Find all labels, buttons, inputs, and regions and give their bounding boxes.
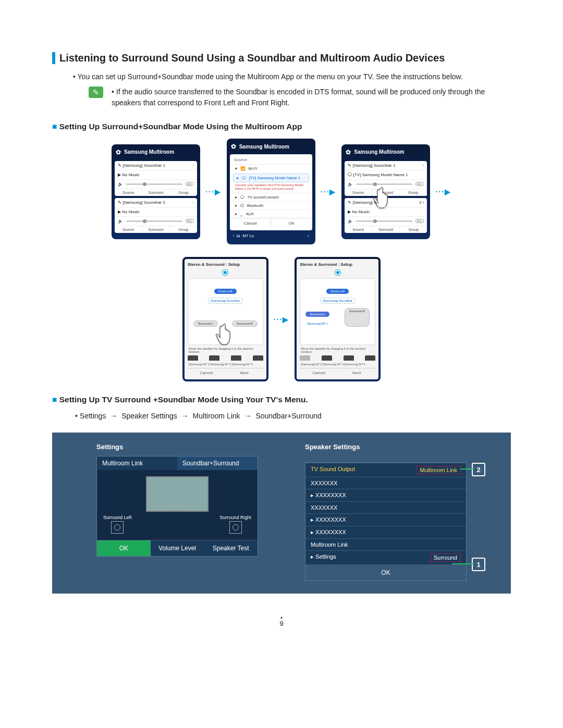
popup-title: Source: [230, 156, 312, 164]
sur-right-pill: Surround R: [345, 308, 370, 327]
tv-screen-icon: [146, 476, 209, 512]
play-icon: ▶: [118, 172, 121, 177]
app-header: Samsung Multiroom: [124, 149, 174, 155]
device-card-1: ✎ [Samsung] Soundbar 1› ▶ No Music 🔈EQ. …: [115, 161, 197, 196]
source-popup: Source ▾📶Wi-Fi ▸🖵[TV] Samsung Model Name…: [230, 154, 312, 230]
source-tv-selected[interactable]: ▸🖵[TV] Samsung Model Name 1: [233, 174, 309, 182]
speaker-test-button[interactable]: Speaker Test: [204, 540, 258, 556]
speaker-tray: [Samsung] M7 2 [Samsung] M7 3 [Samsung] …: [301, 363, 374, 366]
source-aux[interactable]: ▸⎯AUX: [230, 209, 312, 218]
device-card-1b: ✎ [Samsung] Soundbar 1› 🖵 [TV] Samsung M…: [345, 161, 427, 196]
step-arrow-icon: ···▶: [274, 315, 290, 324]
eq-badge: EQ.: [415, 219, 424, 223]
device-name: [Samsung] Soundbar 1: [123, 163, 165, 168]
popup-sub: Connect your speakers and [TV] Samsung M…: [230, 183, 312, 193]
group-button[interactable]: Group: [400, 226, 427, 233]
eq-badge: EQ.: [186, 219, 194, 223]
app-screen-2: ✿Samsung Multiroom Source ▾📶Wi-Fi ▸🖵[TV]…: [227, 139, 315, 244]
tv-preview: Surround Left Surround Right: [97, 470, 258, 540]
tv-speaker-settings: Speaker Settings TV Sound OutputMultiroo…: [305, 443, 467, 581]
source-tvsc[interactable]: ▸🖵TV soundConnect: [230, 193, 312, 201]
volume-level-button[interactable]: Volume Level: [151, 540, 204, 556]
front-pill: Front L+R: [214, 289, 237, 294]
volume-slider[interactable]: [356, 220, 412, 222]
mode-tab[interactable]: Soundbar+Surround: [177, 456, 258, 470]
page-number: 9: [52, 614, 511, 627]
surround-button[interactable]: Surround: [142, 226, 170, 233]
app-header: Samsung Multiroom: [354, 149, 404, 155]
list-row-settings[interactable]: ▸ SettingsSurround: [305, 550, 466, 564]
arrow-right-icon: →: [244, 412, 252, 420]
arrow-right-icon: →: [181, 412, 189, 420]
surround-button[interactable]: Surround: [142, 189, 170, 196]
sur-right-label: Surround Right: [219, 515, 251, 520]
arrow-right-icon: →: [110, 412, 117, 420]
callout-line-1: [452, 563, 474, 564]
next-button[interactable]: Next: [225, 368, 263, 377]
ok-button[interactable]: OK: [271, 218, 312, 228]
cancel-button[interactable]: Cancel: [300, 368, 338, 377]
speaker-tray: [Samsung] M7 2 [Samsung] M7 3 [Samsung] …: [189, 363, 262, 366]
wifi-icon: 📶: [240, 166, 245, 171]
device-card-2: ✎ [Samsung] Soundbar 2› ▶ No Music 🔈EQ. …: [115, 198, 197, 233]
volume-slider[interactable]: [126, 220, 182, 222]
figure-row-2: Stereo & Surround : Setup Front L+R [Sam…: [52, 257, 511, 381]
setup-screen-1: Stereo & Surround : Setup Front L+R [Sam…: [182, 257, 268, 381]
multiroom-link-value: Multiroom Link: [416, 466, 461, 474]
step-indicator-icon: [224, 271, 227, 274]
app-screen-1: ✿Samsung Multiroom ✎ [Samsung] Soundbar …: [112, 144, 200, 239]
cancel-button[interactable]: Cancel: [230, 218, 272, 228]
speaker-left-icon: [111, 521, 124, 534]
source-button[interactable]: Source: [115, 189, 142, 196]
intro-list: You can set up Surround+Soundbar mode us…: [73, 71, 511, 82]
soundbar-box: [Samsung] Soundbar: [208, 298, 242, 304]
volume-slider[interactable]: [126, 183, 182, 185]
surround-value: Surround: [430, 553, 461, 562]
ok-button[interactable]: OK: [305, 564, 466, 581]
tv-settings-left: Settings Multiroom Link Soundbar+Surroun…: [96, 443, 258, 581]
list-row-tvsound[interactable]: TV Sound OutputMultiroom Link: [305, 463, 466, 477]
gear-icon: ✿: [346, 149, 351, 156]
room-area: Front L+R [Samsung] Soundbar Surround L …: [300, 278, 375, 345]
surround-button[interactable]: Surround: [372, 226, 400, 233]
tv-panel: Settings Multiroom Link Soundbar+Surroun…: [52, 433, 511, 594]
device-card-2b: ✎ [Samsung] So2 › ▶ No Music 🔈EQ. Source…: [345, 198, 427, 233]
room-area: Front L+R [Samsung] Soundbar Surround L …: [188, 278, 263, 345]
gear-icon: ✿: [116, 149, 121, 156]
step-arrow-icon: ···▶: [435, 188, 451, 196]
setup-title: Stereo & Surround : Setup: [188, 262, 263, 267]
subhead-tv: Setting Up TV Surround +Soundbar Mode Us…: [52, 395, 511, 404]
card-buttons: Source Surround Group: [115, 189, 197, 196]
group-button[interactable]: Group: [400, 189, 427, 196]
list-row: Multiroom Link: [305, 538, 466, 550]
tv-icon: 🖵: [348, 172, 352, 177]
speaker-list: TV Sound OutputMultiroom Link XXXXXXX ▸ …: [305, 462, 467, 581]
eq-badge: EQ.: [186, 182, 194, 186]
next-button[interactable]: Next: [338, 368, 376, 377]
device-name: [Samsung] So: [353, 200, 379, 205]
sur-left-label: Surround Left: [103, 515, 132, 520]
no-music-label: No Music: [122, 209, 139, 214]
tv-device-label: [TV] Samsung Model Name 1: [353, 172, 408, 177]
group-button[interactable]: Group: [170, 189, 197, 196]
app-screen-3: ✿Samsung Multiroom ✎ [Samsung] Soundbar …: [341, 144, 430, 239]
step-indicator-icon: [336, 271, 339, 274]
multiroom-link-tab[interactable]: Multiroom Link: [97, 456, 177, 470]
setup-screen-2: Stereo & Surround : Setup Front L+R [Sam…: [295, 257, 381, 381]
m7-label: M7 Ls: [242, 233, 254, 238]
note-row: ✎ If the audio source transferred to the…: [89, 87, 511, 108]
source-button[interactable]: Source: [345, 189, 372, 196]
source-button[interactable]: Source: [345, 226, 372, 233]
figure-row-1: ✿Samsung Multiroom ✎ [Samsung] Soundbar …: [52, 139, 511, 244]
touch-hand-icon: [215, 322, 236, 348]
source-bt[interactable]: ▸⌬Bluetooth: [230, 201, 312, 209]
list-row: ▸ XXXXXXXX: [305, 513, 466, 526]
source-wifi[interactable]: ▾📶Wi-Fi: [230, 164, 312, 172]
step-arrow-icon: ···▶: [321, 188, 337, 196]
source-button[interactable]: Source: [115, 226, 142, 233]
group-button[interactable]: Group: [170, 226, 197, 233]
ok-button[interactable]: OK: [97, 540, 151, 556]
cancel-button[interactable]: Cancel: [188, 368, 226, 377]
list-row: ▸ XXXXXXXX: [305, 489, 466, 501]
list-row: XXXXXXX: [305, 477, 466, 489]
